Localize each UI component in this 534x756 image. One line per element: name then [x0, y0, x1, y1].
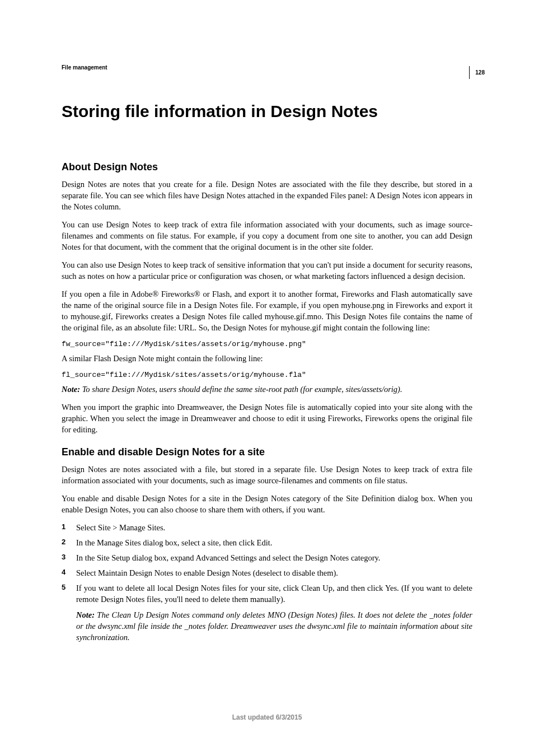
- section-heading-enable: Enable and disable Design Notes for a si…: [62, 446, 472, 458]
- note-paragraph: Note: To share Design Notes, users shoul…: [62, 384, 472, 395]
- note-label: Note:: [62, 385, 80, 394]
- paragraph: A similar Flash Design Note might contai…: [62, 353, 472, 364]
- step-item: 3In the Site Setup dialog box, expand Ad…: [62, 552, 472, 563]
- page-number: 128: [469, 66, 485, 79]
- step-text: Select Site > Manage Sites.: [76, 522, 472, 533]
- note-label: Note:: [76, 610, 95, 619]
- paragraph: If you open a file in Adobe® Fireworks® …: [62, 288, 472, 333]
- paragraph: When you import the graphic into Dreamwe…: [62, 402, 472, 435]
- page-title: Storing file information in Design Notes: [62, 102, 472, 121]
- paragraph: Design Notes are notes associated with a…: [62, 464, 472, 486]
- code-line: fw_source="file:///Mydisk/sites/assets/o…: [62, 340, 472, 348]
- step-number: 1: [62, 522, 76, 533]
- step-text: If you want to delete all local Design N…: [76, 582, 472, 605]
- paragraph: Design Notes are notes that you create f…: [62, 179, 472, 212]
- step-text: Select Maintain Design Notes to enable D…: [76, 567, 472, 578]
- step-number: 2: [62, 537, 76, 548]
- step-item: 4Select Maintain Design Notes to enable …: [62, 567, 472, 578]
- paragraph: You can use Design Notes to keep track o…: [62, 219, 472, 253]
- step-item: 5If you want to delete all local Design …: [62, 582, 472, 605]
- step-number: 4: [62, 567, 76, 578]
- note-body: The Clean Up Design Notes command only d…: [76, 610, 472, 642]
- step-list: 1Select Site > Manage Sites. 2In the Man…: [62, 522, 472, 605]
- step-note: Note: The Clean Up Design Notes command …: [76, 609, 472, 643]
- step-number: 5: [62, 582, 76, 605]
- header-section-label: File management: [62, 64, 472, 71]
- step-number: 3: [62, 552, 76, 563]
- step-item: 1Select Site > Manage Sites.: [62, 522, 472, 533]
- paragraph: You can also use Design Notes to keep tr…: [62, 259, 472, 282]
- step-item: 2In the Manage Sites dialog box, select …: [62, 537, 472, 548]
- note-body: To share Design Notes, users should defi…: [80, 385, 402, 394]
- section-heading-about: About Design Notes: [62, 161, 472, 173]
- step-text: In the Manage Sites dialog box, select a…: [76, 537, 472, 548]
- code-line: fl_source="file:///Mydisk/sites/assets/o…: [62, 371, 472, 379]
- footer-updated: Last updated 6/3/2015: [0, 713, 534, 721]
- step-text: In the Site Setup dialog box, expand Adv…: [76, 552, 472, 563]
- paragraph: You enable and disable Design Notes for …: [62, 493, 472, 515]
